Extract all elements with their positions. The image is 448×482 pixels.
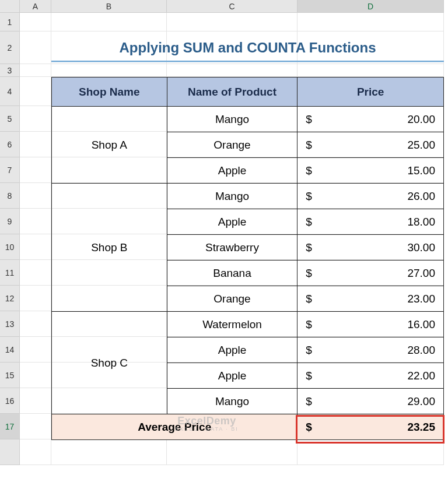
row-header[interactable]: 15 (0, 363, 20, 388)
cell-product[interactable]: Mango (167, 107, 298, 132)
row-header[interactable]: 9 (0, 209, 20, 234)
currency-symbol: $ (306, 241, 312, 254)
price-value: 30.00 (407, 241, 435, 254)
cell-price[interactable]: $26.00 (298, 184, 444, 209)
cell-price[interactable]: $15.00 (298, 158, 444, 184)
currency-symbol: $ (306, 395, 312, 408)
cell[interactable] (20, 388, 51, 414)
row-header[interactable]: 13 (0, 311, 20, 337)
cell[interactable] (51, 13, 167, 31)
cell-product[interactable]: Orange (167, 132, 298, 158)
select-all-corner[interactable] (0, 0, 20, 12)
currency-symbol: $ (306, 190, 312, 203)
cell-product[interactable]: Apple (167, 363, 298, 389)
row-header[interactable]: 2 (0, 31, 20, 64)
cell[interactable] (167, 64, 298, 77)
cell-price[interactable]: $23.00 (298, 286, 444, 312)
cell[interactable] (20, 77, 51, 106)
row-header[interactable]: 8 (0, 183, 20, 209)
row-header[interactable]: 12 (0, 286, 20, 311)
price-value: 18.00 (407, 216, 435, 228)
cell-price[interactable]: $29.00 (298, 389, 444, 414)
cell-price[interactable]: $20.00 (298, 107, 444, 132)
row-header[interactable] (0, 439, 20, 465)
cell[interactable] (20, 286, 51, 311)
currency-symbol: $ (306, 421, 312, 434)
cell[interactable] (20, 209, 51, 234)
price-value: 16.00 (407, 318, 435, 331)
cell[interactable] (20, 31, 51, 64)
row-header[interactable]: 7 (0, 157, 20, 183)
table-row: Shop AMango$20.00 (52, 107, 444, 132)
cell-price[interactable]: $22.00 (298, 363, 444, 389)
cell[interactable] (20, 414, 51, 439)
cell[interactable] (20, 234, 51, 260)
cell-product[interactable]: Banana (167, 261, 298, 286)
page-title: Applying SUM and COUNTA Functions (51, 31, 444, 64)
cell[interactable] (20, 64, 51, 77)
row-header[interactable]: 6 (0, 132, 20, 157)
cell[interactable] (20, 260, 51, 286)
cell-product[interactable]: Apple (167, 337, 298, 363)
row-header[interactable]: 1 (0, 13, 20, 31)
summary-value: 23.25 (407, 421, 435, 434)
row-header[interactable]: 11 (0, 260, 20, 286)
cell[interactable] (51, 439, 167, 465)
summary-value-cell[interactable]: $23.25 (298, 414, 444, 440)
cell[interactable] (20, 13, 51, 31)
cell-product[interactable]: Mango (167, 184, 298, 209)
cell[interactable] (20, 132, 51, 157)
cell[interactable] (51, 64, 167, 77)
cell-price[interactable]: $18.00 (298, 209, 444, 235)
row-header[interactable]: 16 (0, 388, 20, 414)
cell[interactable] (20, 337, 51, 363)
cell[interactable] (298, 13, 444, 31)
table-row: Shop CWatermelon$16.00 (52, 312, 444, 337)
cell[interactable] (20, 439, 51, 465)
cell-price[interactable]: $28.00 (298, 337, 444, 363)
cell[interactable] (167, 13, 298, 31)
row-header[interactable]: 5 (0, 106, 20, 132)
cell[interactable] (20, 363, 51, 388)
column-header-b[interactable]: B (51, 0, 167, 12)
cell[interactable] (298, 439, 444, 465)
cell-product[interactable]: Strawberry (167, 235, 298, 261)
price-value: 28.00 (407, 344, 435, 357)
cell[interactable] (20, 157, 51, 183)
row-header[interactable]: 4 (0, 77, 20, 106)
spreadsheet: A B C D 1 2 3 4 5 6 7 8 9 10 11 12 13 14… (0, 0, 448, 482)
cell[interactable] (298, 64, 444, 77)
cell-price[interactable]: $30.00 (298, 235, 444, 261)
column-header-d[interactable]: D (298, 0, 444, 12)
cell-shop[interactable]: Shop C (52, 312, 167, 414)
row-header[interactable]: 10 (0, 234, 20, 260)
cell-product[interactable]: Apple (167, 209, 298, 235)
price-value: 20.00 (407, 113, 435, 126)
row-header[interactable]: 3 (0, 64, 20, 77)
header-shop[interactable]: Shop Name (52, 78, 167, 107)
currency-symbol: $ (306, 293, 312, 305)
cell-product[interactable]: Mango (167, 389, 298, 414)
row-header[interactable]: 14 (0, 337, 20, 363)
header-product[interactable]: Name of Product (167, 78, 298, 107)
cell-shop[interactable]: Shop B (52, 184, 167, 312)
cell[interactable] (20, 311, 51, 337)
column-header-a[interactable]: A (20, 0, 51, 12)
row-header[interactable]: 17 (0, 414, 20, 439)
cell-price[interactable]: $25.00 (298, 132, 444, 158)
price-value: 27.00 (407, 267, 435, 280)
cell-shop[interactable]: Shop A (52, 107, 167, 184)
currency-symbol: $ (306, 139, 312, 152)
cell[interactable] (20, 106, 51, 132)
cell[interactable] (167, 439, 298, 465)
cell-product[interactable]: Apple (167, 158, 298, 184)
header-price[interactable]: Price (298, 78, 444, 107)
cell-price[interactable]: $27.00 (298, 261, 444, 286)
column-header-c[interactable]: C (167, 0, 298, 12)
cell-product[interactable]: Watermelon (167, 312, 298, 337)
currency-symbol: $ (306, 344, 312, 357)
cell-price[interactable]: $16.00 (298, 312, 444, 337)
cell-product[interactable]: Orange (167, 286, 298, 312)
cell[interactable] (20, 183, 51, 209)
summary-label[interactable]: Average Price (52, 414, 298, 440)
